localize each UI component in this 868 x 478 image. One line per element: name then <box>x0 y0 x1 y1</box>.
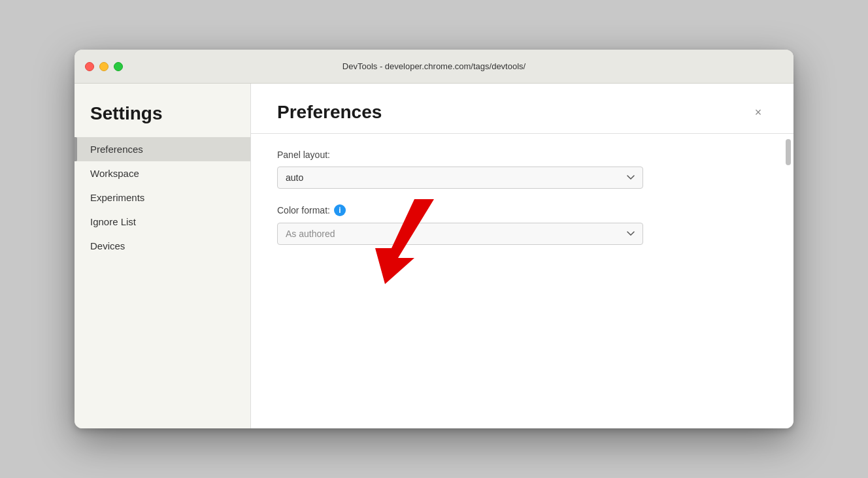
color-format-section: Color format: i As authored HEX RGB HSL <box>277 204 767 245</box>
sidebar-item-preferences[interactable]: Preferences <box>75 137 250 161</box>
title-bar: DevTools - developer.chrome.com/tags/dev… <box>75 50 793 84</box>
sidebar-heading: Settings <box>75 103 250 137</box>
color-format-select[interactable]: As authored HEX RGB HSL <box>277 223 643 245</box>
scrollbar-thumb[interactable] <box>786 139 791 165</box>
window-content: Settings Preferences Workspace Experimen… <box>75 84 793 428</box>
minimize-window-button[interactable] <box>99 62 108 71</box>
sidebar-nav: Preferences Workspace Experiments Ignore… <box>75 137 250 258</box>
window-title: DevTools - developer.chrome.com/tags/dev… <box>342 61 526 71</box>
main-panel-title: Preferences <box>277 102 382 123</box>
close-window-button[interactable] <box>85 62 94 71</box>
close-settings-button[interactable]: × <box>749 103 767 121</box>
app-window: DevTools - developer.chrome.com/tags/dev… <box>75 50 793 428</box>
sidebar-item-workspace[interactable]: Workspace <box>75 161 250 185</box>
sidebar-item-devices[interactable]: Devices <box>75 234 250 258</box>
panel-layout-section: Panel layout: auto horizontal vertical <box>277 150 767 189</box>
main-panel: Preferences × Panel layout: auto horizon… <box>251 84 793 428</box>
color-format-label-row: Color format: i <box>277 204 767 216</box>
sidebar: Settings Preferences Workspace Experimen… <box>75 84 251 428</box>
sidebar-item-ignore-list[interactable]: Ignore List <box>75 210 250 234</box>
traffic-lights <box>85 62 123 71</box>
main-panel-header: Preferences × <box>251 84 793 134</box>
panel-layout-label: Panel layout: <box>277 150 767 160</box>
scrollbar-track[interactable] <box>786 139 791 423</box>
maximize-window-button[interactable] <box>114 62 123 71</box>
panel-layout-select[interactable]: auto horizontal vertical <box>277 167 643 189</box>
color-format-info-icon[interactable]: i <box>334 204 346 216</box>
color-format-label: Color format: <box>277 205 330 215</box>
main-panel-body: Panel layout: auto horizontal vertical C… <box>251 134 793 428</box>
sidebar-item-experiments[interactable]: Experiments <box>75 185 250 210</box>
